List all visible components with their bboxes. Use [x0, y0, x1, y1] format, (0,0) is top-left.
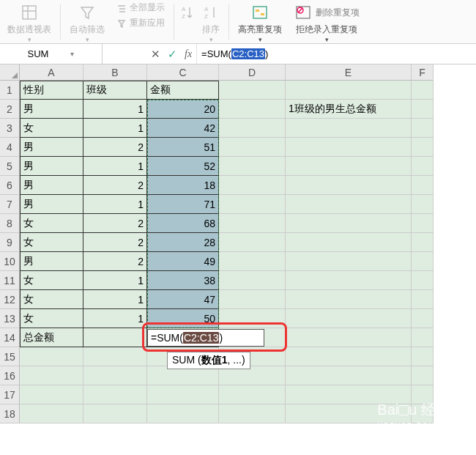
rowhead-6[interactable]: 6	[0, 176, 20, 195]
sort-za-button[interactable]: AZ 排序▾	[198, 1, 224, 43]
cell-B6[interactable]: 2	[83, 176, 147, 195]
cell-F8[interactable]	[412, 214, 434, 233]
rowhead-2[interactable]: 2	[0, 100, 20, 119]
cell-D1[interactable]	[219, 81, 286, 100]
cell-D18[interactable]	[219, 404, 286, 423]
cell-A8[interactable]: 女	[20, 214, 83, 233]
cell-F16[interactable]	[412, 366, 434, 385]
cell-A6[interactable]: 男	[20, 176, 83, 195]
autofilter-button[interactable]: 自动筛选▾	[65, 1, 109, 43]
cell-F2[interactable]	[412, 100, 434, 119]
cell-B12[interactable]: 1	[83, 290, 147, 309]
cell-F5[interactable]	[412, 157, 434, 176]
cell-D17[interactable]	[219, 385, 286, 404]
cell-A10[interactable]: 男	[20, 252, 83, 271]
cell-D2[interactable]	[219, 100, 286, 119]
cell-C4[interactable]: 51	[147, 138, 219, 157]
formula-input[interactable]: =SUM(C2:C13)	[197, 44, 476, 64]
cell-E17[interactable]	[286, 385, 412, 404]
cell-F17[interactable]	[412, 385, 434, 404]
rowhead-13[interactable]: 13	[0, 309, 20, 328]
cell-D6[interactable]	[219, 176, 286, 195]
colhead-B[interactable]: B	[83, 64, 147, 81]
cell-E6[interactable]	[286, 176, 412, 195]
cell-A11[interactable]: 女	[20, 271, 83, 290]
cell-F9[interactable]	[412, 233, 434, 252]
cell-C8[interactable]: 68	[147, 214, 219, 233]
rowhead-10[interactable]: 10	[0, 252, 20, 271]
cell-A2[interactable]: 男	[20, 100, 83, 119]
rowhead-15[interactable]: 15	[0, 347, 20, 366]
rowhead-8[interactable]: 8	[0, 214, 20, 233]
cell-C3[interactable]: 42	[147, 119, 219, 138]
cell-B8[interactable]: 2	[83, 214, 147, 233]
cell-B17[interactable]	[83, 385, 147, 404]
cell-E15[interactable]	[286, 347, 412, 366]
cell-E18[interactable]	[286, 404, 412, 423]
sort-az-button[interactable]: AZ	[179, 1, 195, 23]
cell-E12[interactable]	[286, 290, 412, 309]
cell-E9[interactable]	[286, 233, 412, 252]
cell-F11[interactable]	[412, 271, 434, 290]
cell-C11[interactable]: 38	[147, 271, 219, 290]
rowhead-14[interactable]: 14	[0, 328, 20, 347]
cell-D3[interactable]	[219, 119, 286, 138]
cell-E16[interactable]	[286, 366, 412, 385]
cell-F3[interactable]	[412, 119, 434, 138]
cell-C9[interactable]: 28	[147, 233, 219, 252]
rowhead-3[interactable]: 3	[0, 119, 20, 138]
cell-C2[interactable]: 20	[147, 100, 219, 119]
cell-A7[interactable]: 男	[20, 195, 83, 214]
cell-B18[interactable]	[83, 404, 147, 423]
pivot-table-button[interactable]: 数据透视表▾	[3, 1, 56, 43]
cancel-button[interactable]: ✕	[151, 48, 160, 61]
rowhead-5[interactable]: 5	[0, 157, 20, 176]
rowhead-1[interactable]: 1	[0, 81, 20, 100]
cell-D13[interactable]	[219, 309, 286, 328]
cell-A4[interactable]: 男	[20, 138, 83, 157]
cell-A15[interactable]	[20, 347, 83, 366]
cell-A1[interactable]: 性别	[20, 81, 83, 100]
highlight-dup-button[interactable]: 高亮重复项▾	[234, 1, 286, 43]
cell-D9[interactable]	[219, 233, 286, 252]
rowhead-18[interactable]: 18	[0, 404, 20, 423]
cell-E2[interactable]: 1班级的男生总金额	[286, 100, 412, 119]
active-cell-editor[interactable]: =SUM(C2:C13)	[147, 329, 264, 347]
cell-F6[interactable]	[412, 176, 434, 195]
cell-F10[interactable]	[412, 252, 434, 271]
cell-B3[interactable]: 1	[83, 119, 147, 138]
cell-A5[interactable]: 男	[20, 157, 83, 176]
cell-B9[interactable]: 2	[83, 233, 147, 252]
cell-A3[interactable]: 女	[20, 119, 83, 138]
cell-B16[interactable]	[83, 366, 147, 385]
accept-button[interactable]: ✓	[168, 48, 177, 61]
cell-A12[interactable]: 女	[20, 290, 83, 309]
cell-C13[interactable]: 50	[147, 309, 219, 328]
cell-E3[interactable]	[286, 119, 412, 138]
cell-C7[interactable]: 71	[147, 195, 219, 214]
cell-A17[interactable]	[20, 385, 83, 404]
name-box[interactable]: SUM▾	[0, 44, 103, 64]
fx-button[interactable]: fx	[185, 48, 192, 60]
colhead-D[interactable]: D	[219, 64, 286, 81]
cell-E4[interactable]	[286, 138, 412, 157]
cell-E5[interactable]	[286, 157, 412, 176]
rowhead-9[interactable]: 9	[0, 233, 20, 252]
cell-F1[interactable]	[412, 81, 434, 100]
colhead-A[interactable]: A	[20, 64, 83, 81]
cell-C17[interactable]	[147, 385, 219, 404]
rowhead-17[interactable]: 17	[0, 385, 20, 404]
cell-F15[interactable]	[412, 347, 434, 366]
cell-B5[interactable]: 1	[83, 157, 147, 176]
cell-B14[interactable]	[83, 328, 147, 347]
cell-B11[interactable]: 1	[83, 271, 147, 290]
rowhead-16[interactable]: 16	[0, 366, 20, 385]
colhead-E[interactable]: E	[286, 64, 412, 81]
cell-E10[interactable]	[286, 252, 412, 271]
cell-D4[interactable]	[219, 138, 286, 157]
cell-C18[interactable]	[147, 404, 219, 423]
cell-F18[interactable]	[412, 404, 434, 423]
cell-F12[interactable]	[412, 290, 434, 309]
cell-B7[interactable]: 1	[83, 195, 147, 214]
cell-D8[interactable]	[219, 214, 286, 233]
